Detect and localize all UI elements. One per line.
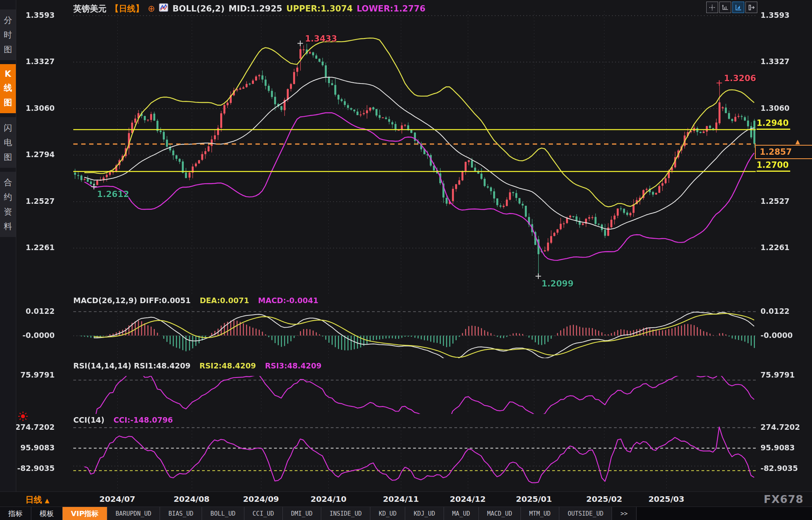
hline-label: 1.2700 bbox=[757, 160, 790, 172]
sidebar-item-char: 电 bbox=[4, 137, 12, 148]
sidebar-item-char: 合 bbox=[4, 177, 12, 188]
cci-value-label: CCI:-148.0796 bbox=[113, 416, 173, 424]
tab-cci_ud[interactable]: CCI_UD bbox=[244, 507, 283, 520]
sidebar-item-0[interactable]: 分时图 bbox=[0, 9, 16, 60]
price-annotation-1.2612: 1.2612 bbox=[97, 190, 129, 199]
chart-header: 英镑美元 【日线】 ⊕ BOLL(26,2) MID:1.2925 UPPER:… bbox=[73, 3, 429, 14]
macd-y-tick-right: -0.0000 bbox=[761, 331, 793, 340]
tab-boll_ud[interactable]: BOLL_UD bbox=[202, 507, 244, 520]
macd-y-tick-right: 0.0122 bbox=[761, 307, 789, 315]
sidebar-item-char: 料 bbox=[4, 221, 12, 232]
sidebar-item-1[interactable]: K线图 bbox=[0, 64, 16, 113]
main-y-tick-left: 1.3060 bbox=[11, 104, 55, 112]
bar-shift-icon[interactable] bbox=[745, 2, 757, 13]
cci-y-tick-left: -82.9035 bbox=[11, 464, 55, 473]
chart-toolbar bbox=[706, 2, 757, 13]
price-annotation-1.3433: 1.3433 bbox=[305, 34, 337, 44]
sidebar-item-char: 图 bbox=[4, 44, 12, 55]
tab-kd_ud[interactable]: KD_UD bbox=[370, 507, 405, 520]
cci-panel-legend: CCI(14) CCI:-148.0796 bbox=[73, 416, 179, 424]
boll-params-label: BOLL(26,2) bbox=[172, 4, 225, 13]
boll-mid-label: MID:1.2925 bbox=[229, 4, 282, 13]
rsi2-label: RSI2:48.4209 bbox=[200, 361, 256, 370]
tab-bias_ud[interactable]: BIAS_UD bbox=[160, 507, 202, 520]
chart-application: 分时图K线图闪电图合约资料 英镑美元 【日线】 ⊕ BOLL(26,2) MID… bbox=[0, 0, 812, 520]
hline-label: 1.2940 bbox=[757, 118, 790, 130]
rsi-y-tick-right: 75.9791 bbox=[761, 370, 795, 379]
tab-mtm_ud[interactable]: MTM_UD bbox=[521, 507, 559, 520]
last-price-badge: 1.2857 bbox=[755, 145, 812, 159]
period-tag: 【日线】 bbox=[111, 3, 144, 14]
price-chart-canvas[interactable] bbox=[0, 0, 812, 520]
sidebar-item-char: 时 bbox=[4, 29, 12, 40]
macd-y-tick-left: 0.0122 bbox=[11, 307, 55, 315]
x-tick-label: 2025/01 bbox=[506, 494, 562, 504]
price-annotation-1.3206: 1.3206 bbox=[724, 74, 756, 83]
tab-macd_ud[interactable]: MACD_UD bbox=[479, 507, 521, 520]
pan-crosshair-icon[interactable] bbox=[706, 2, 718, 13]
sidebar-item-char: 资 bbox=[4, 206, 12, 217]
macd-diff-label: MACD(26,12,9) DIFF:0.0051 bbox=[73, 296, 191, 305]
tab-dmi_ud[interactable]: DMI_UD bbox=[283, 507, 321, 520]
main-y-tick-left: 1.2527 bbox=[11, 197, 55, 205]
sidebar-item-char: 闪 bbox=[4, 122, 12, 133]
price-up-arrow-icon: ▲ bbox=[795, 138, 800, 145]
boll-upper-label: UPPER:1.3074 bbox=[286, 4, 353, 13]
watermark: FX678 bbox=[764, 493, 804, 505]
period-dropdown-icon[interactable]: ▲ bbox=[45, 497, 50, 504]
main-y-tick-left: 1.3327 bbox=[11, 57, 55, 66]
period-selector[interactable]: 日线▲ bbox=[25, 494, 50, 505]
x-tick-label: 2025/02 bbox=[576, 494, 632, 504]
sidebar-item-char: 约 bbox=[4, 192, 12, 203]
main-y-tick-left: 1.2794 bbox=[11, 150, 55, 159]
time-axis-row: 日线▲ 2024/072024/082024/092024/102024/112… bbox=[0, 492, 812, 507]
macd-value-label: MACD:-0.0041 bbox=[258, 296, 318, 305]
price-annotation-1.2099: 1.2099 bbox=[541, 279, 574, 288]
macd-panel-legend: MACD(26,12,9) DIFF:0.0051 DEA:0.0071 MAC… bbox=[73, 296, 325, 305]
tab-barupdn_ud[interactable]: BARUPDN_UD bbox=[107, 507, 160, 520]
sidebar-item-char: 线 bbox=[4, 82, 12, 93]
auto-scale-icon[interactable] bbox=[732, 2, 744, 13]
main-y-tick-right: 1.3593 bbox=[761, 11, 789, 19]
rsi-panel-legend: RSI(14,14,14) RSI1:48.4209 RSI2:48.4209 … bbox=[73, 361, 328, 370]
cci-y-tick-left: 274.7202 bbox=[11, 423, 55, 431]
tab->>[interactable]: >> bbox=[612, 507, 636, 520]
cci-y-tick-right: -82.9035 bbox=[761, 464, 798, 473]
cci-y-tick-right: 95.9083 bbox=[761, 443, 795, 452]
tab-ma_ud[interactable]: MA_UD bbox=[444, 507, 479, 520]
indicator-tab-bar: 指标模板VIP指标BARUPDN_UDBIAS_UDBOLL_UDCCI_UDD… bbox=[0, 507, 812, 520]
main-y-tick-right: 1.2261 bbox=[761, 243, 789, 252]
x-tick-label: 2024/08 bbox=[164, 494, 219, 504]
tab-[interactable]: 指标 bbox=[0, 507, 31, 520]
main-y-tick-right: 1.3060 bbox=[761, 104, 789, 112]
add-compare-icon[interactable]: ⊕ bbox=[148, 4, 155, 13]
tab-kdj_ud[interactable]: KDJ_UD bbox=[405, 507, 444, 520]
cci-y-tick-left: 95.9083 bbox=[11, 443, 55, 452]
rsi1-label: RSI(14,14,14) RSI1:48.4209 bbox=[73, 361, 191, 370]
main-y-tick-right: 1.3327 bbox=[761, 57, 789, 66]
sidebar-item-3[interactable]: 合约资料 bbox=[0, 172, 16, 237]
sidebar-item-char: 分 bbox=[4, 15, 12, 26]
rsi-y-tick-left: 75.9791 bbox=[11, 370, 55, 379]
tab-vip[interactable]: VIP指标 bbox=[63, 507, 107, 520]
tab-inside_ud[interactable]: INSIDE_UD bbox=[321, 507, 370, 520]
sidebar-item-char: 图 bbox=[4, 97, 12, 108]
alert-blink-icon[interactable] bbox=[17, 411, 29, 423]
instrument-name: 英镑美元 bbox=[73, 3, 107, 14]
indicator-logo-icon bbox=[159, 3, 168, 14]
tab-outside_ud[interactable]: OUTSIDE_UD bbox=[559, 507, 612, 520]
cci-params-label: CCI(14) bbox=[73, 416, 105, 424]
macd-dea-label: DEA:0.0071 bbox=[200, 296, 249, 305]
sidebar-item-2[interactable]: 闪电图 bbox=[0, 117, 16, 168]
axis-scale-icon[interactable] bbox=[719, 2, 731, 13]
x-tick-label: 2025/03 bbox=[639, 494, 694, 504]
sidebar-item-char: K bbox=[5, 69, 11, 79]
cci-y-tick-right: 274.7202 bbox=[761, 423, 800, 431]
main-y-tick-left: 1.2261 bbox=[11, 243, 55, 252]
main-y-tick-left: 1.3593 bbox=[11, 11, 55, 19]
tab-[interactable]: 模板 bbox=[31, 507, 63, 520]
x-tick-label: 2024/10 bbox=[301, 494, 356, 504]
x-tick-label: 2024/11 bbox=[373, 494, 429, 504]
rsi3-label: RSI3:48.4209 bbox=[265, 361, 322, 370]
boll-lower-label: LOWER:1.2776 bbox=[356, 4, 425, 13]
